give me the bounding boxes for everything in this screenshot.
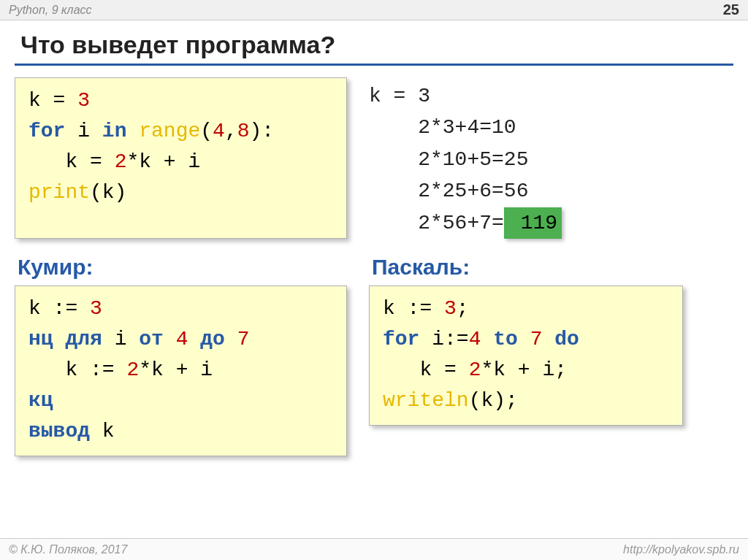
python-code: k = 3 for i in range(4,8): k = 2*k + i p… — [15, 77, 347, 239]
slide-header: Python, 9 класс 25 — [0, 0, 748, 20]
pascal-label: Паскаль: — [372, 255, 683, 280]
row-top: k = 3 for i in range(4,8): k = 2*k + i p… — [15, 77, 733, 239]
pascal-code: k := 3; for i:=4 to 7 do k = 2*k + i; wr… — [369, 285, 683, 426]
page-number: 25 — [723, 1, 739, 18]
row-bottom: Кумир: k := 3 нц для i от 4 до 7 k := 2*… — [15, 255, 733, 456]
kumir-label: Кумир: — [18, 255, 347, 280]
calculation-trace: k = 3 2*3+4=10 2*10+5=25 2*25+6=56 2*56+… — [369, 77, 562, 239]
kumir-column: Кумир: k := 3 нц для i от 4 до 7 k := 2*… — [15, 255, 347, 456]
title-underline — [15, 64, 733, 66]
answer-badge: 119 — [504, 207, 562, 239]
slide-footer: © К.Ю. Поляков, 2017 http://kpolyakov.sp… — [0, 538, 748, 560]
site-url: http://kpolyakov.spb.ru — [623, 543, 739, 556]
slide-content: k = 3 for i in range(4,8): k = 2*k + i p… — [0, 77, 748, 456]
kumir-code: k := 3 нц для i от 4 до 7 k := 2*k + i к… — [15, 285, 347, 456]
course-label: Python, 9 класс — [9, 4, 92, 17]
pascal-column: Паскаль: k := 3; for i:=4 to 7 do k = 2*… — [369, 255, 683, 456]
page-title: Что выведет программа? — [0, 20, 748, 64]
copyright: © К.Ю. Поляков, 2017 — [9, 543, 127, 556]
